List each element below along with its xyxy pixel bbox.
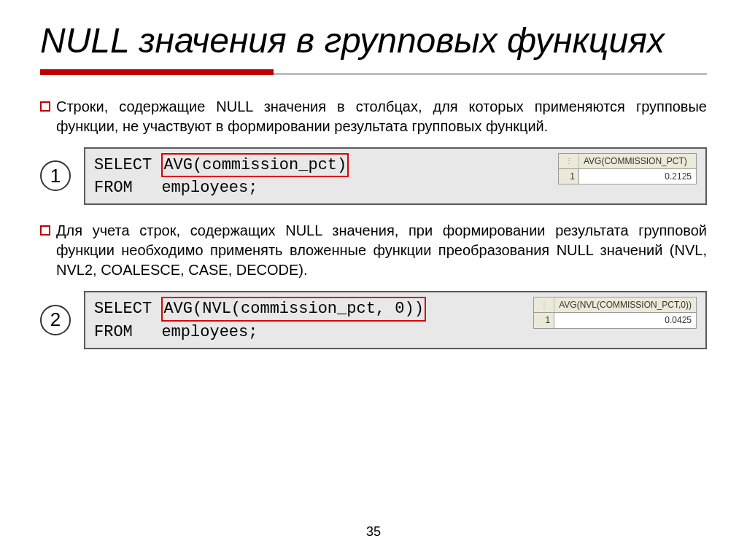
result-column-header: AVG(NVL(COMMISSION_PCT,0)) (554, 298, 696, 312)
code-text: SELECT AVG(commission_pct) FROM employee… (94, 153, 349, 199)
code-highlight: AVG(commission_pct) (161, 153, 349, 178)
result-value: 0.0425 (554, 313, 696, 327)
result-value: 0.2125 (579, 169, 696, 184)
bullet-square-icon (40, 225, 50, 236)
example-number: 2 (40, 305, 71, 335)
code-highlight: AVG(NVL(commission_pct, 0)) (161, 297, 425, 322)
example-2: 2 SELECT AVG(NVL(commission_pct, 0)) FRO… (40, 291, 707, 349)
result-column-header: AVG(COMMISSION_PCT) (579, 154, 696, 168)
row-indicator-icon: ⋮ (559, 154, 579, 168)
slide-title: NULL значения в групповых функциях (40, 22, 707, 61)
page-number: 35 (0, 524, 747, 540)
row-index: 1 (534, 313, 554, 327)
bullet-2-text: Для учета строк, содержащих NULL значени… (56, 221, 707, 280)
code-box-1: SELECT AVG(commission_pct) FROM employee… (84, 147, 707, 205)
result-table-1: ⋮ AVG(COMMISSION_PCT) 1 0.2125 (558, 153, 697, 184)
bullet-2: Для учета строк, содержащих NULL значени… (40, 221, 707, 280)
title-underline (40, 69, 707, 77)
code-box-2: SELECT AVG(NVL(commission_pct, 0)) FROM … (84, 291, 707, 349)
bullet-1: Строки, содержащие NULL значения в столб… (40, 97, 707, 136)
example-1: 1 SELECT AVG(commission_pct) FROM employ… (40, 147, 707, 205)
row-index: 1 (559, 169, 579, 184)
bullet-square-icon (40, 101, 50, 112)
code-text: SELECT AVG(NVL(commission_pct, 0)) FROM … (94, 297, 426, 343)
bullet-1-text: Строки, содержащие NULL значения в столб… (56, 97, 707, 136)
row-indicator-icon: ⋮ (534, 298, 554, 312)
example-number: 1 (40, 160, 71, 191)
result-table-2: ⋮ AVG(NVL(COMMISSION_PCT,0)) 1 0.0425 (533, 297, 697, 328)
